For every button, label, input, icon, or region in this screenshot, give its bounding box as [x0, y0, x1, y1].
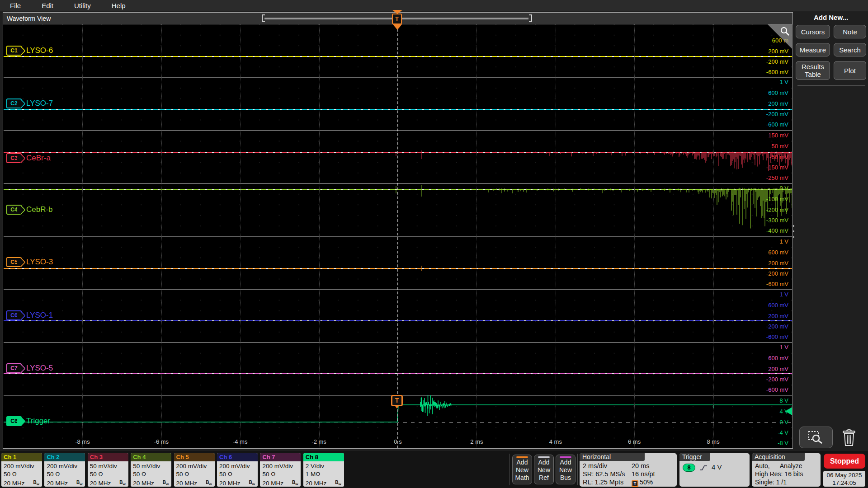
trigger-event-marker-icon[interactable]: T — [391, 395, 403, 406]
horizontal-panel[interactable]: Horizontal 2 ms/div20 ms SR: 62.5 MS/s16… — [580, 453, 677, 487]
trigger-panel[interactable]: Trigger 8 4 V — [679, 453, 750, 487]
delete-all-button[interactable] — [840, 428, 858, 447]
time-axis-label: -6 ms — [154, 438, 169, 445]
cursors-button[interactable]: Cursors — [796, 25, 830, 38]
bandwidth-limit-icon: Bw — [119, 479, 125, 487]
scale-label-ch5: 600 mV — [768, 249, 788, 256]
bandwidth-limit-icon: Bw — [249, 479, 255, 487]
time-axis-label: 4 ms — [549, 438, 562, 445]
vertical-gridline — [319, 24, 320, 448]
termination: 50 Ω — [47, 470, 83, 479]
acquisition-analyze: Analyze — [780, 462, 802, 470]
channel-settings-badge-ch5[interactable]: Ch 5200 mV/div50 Ω20 MHzBw — [174, 453, 215, 487]
channel-settings-badge-ch4[interactable]: Ch 450 mV/div50 Ω20 MHzBw — [131, 453, 171, 487]
scale-label-ch8: 8 V — [779, 398, 788, 404]
channel-settings-badge-ch7[interactable]: Ch 7200 mV/div50 Ω20 MHzBw — [260, 453, 301, 487]
channel-badge-title: Ch 1 — [1, 453, 42, 461]
channel-settings-badge-ch2[interactable]: Ch 2200 mV/div50 Ω20 MHzBw — [44, 453, 85, 487]
trigger-position-marker-icon[interactable]: T — [392, 14, 402, 24]
bandwidth-limit-icon: Bw — [206, 479, 212, 487]
channel-settings-badge-ch1[interactable]: Ch 1200 mV/div50 Ω20 MHzBw — [1, 453, 42, 487]
horizontal-window: 20 ms — [632, 462, 650, 470]
scale-label-ch3: -50 mV — [769, 154, 788, 160]
channel-tag-c7[interactable]: C7 — [6, 363, 22, 373]
acquisition-panel[interactable]: Acquisition Auto,Analyze High Res: 16 bi… — [752, 453, 821, 487]
channel-label-c3[interactable]: CeBr-a — [26, 154, 51, 163]
horizontal-scale: 2 ms/div — [583, 462, 632, 470]
bandwidth: 20 MHz — [47, 479, 68, 487]
channel-label-c8[interactable]: Trigger — [26, 417, 50, 426]
channel-settings-badge-ch6[interactable]: Ch 6200 mV/div50 Ω20 MHzBw — [217, 453, 258, 487]
add-new-math-button[interactable]: Add New Math — [512, 455, 532, 484]
channel-label-c4[interactable]: CebR-b — [26, 205, 53, 214]
scale-label-ch3: 150 mV — [768, 132, 788, 139]
panel-drag-handle[interactable] — [793, 225, 794, 238]
bandwidth: 20 MHz — [90, 479, 111, 487]
channel-tag-c1[interactable]: C1 — [6, 46, 22, 56]
plot-button[interactable]: Plot — [834, 61, 866, 80]
trace-segment — [396, 185, 792, 229]
acquisition-resolution: High Res: 16 bits — [755, 470, 819, 478]
scale-label-ch2: 600 mV — [768, 90, 788, 96]
scale-label-ch3: -150 mV — [766, 164, 788, 171]
bandwidth: 20 MHz — [219, 479, 241, 487]
channel-label-c7[interactable]: LYSO-5 — [26, 364, 53, 373]
scale-label-ch3: -250 mV — [766, 175, 788, 181]
channel-label-c2[interactable]: LYSO-7 — [26, 99, 53, 108]
channel-tag-c4[interactable]: C4 — [6, 205, 22, 215]
trigger-position-plot-arrow-icon[interactable] — [393, 24, 402, 30]
termination: 50 Ω — [133, 470, 170, 479]
add-new-sidebar: Add New... Cursors Note Measure Search R… — [796, 14, 866, 80]
scale-label-ch4: -400 mV — [766, 228, 788, 234]
bandwidth-limit-icon: Bw — [335, 479, 341, 487]
channel-badge-settings: 2 V/div1 MΩ20 MHzBw — [303, 461, 344, 487]
scale-label-ch4: 0 V — [779, 185, 788, 192]
channel-badge-title: Ch 4 — [131, 453, 171, 461]
note-button[interactable]: Note — [834, 25, 866, 38]
vertical-gridline — [713, 24, 714, 448]
run-stop-status-button[interactable]: Stopped — [824, 454, 865, 469]
channel-badge-settings: 200 mV/div50 Ω20 MHzBw — [174, 461, 215, 487]
measure-button[interactable]: Measure — [796, 43, 830, 56]
scale-label-ch4: -100 mV — [766, 196, 788, 202]
add-new-bus-button[interactable]: Add New Bus — [556, 455, 576, 484]
channel-badge-title: Ch 2 — [44, 453, 85, 461]
channel-label-c6[interactable]: LYSO-1 — [26, 311, 53, 320]
menu-help[interactable]: Help — [112, 2, 126, 9]
search-button[interactable]: Search — [834, 43, 866, 56]
sample-rate: SR: 62.5 MS/s — [583, 470, 632, 478]
scale-label-ch6: -600 mV — [766, 334, 788, 340]
sidebar-separator — [797, 85, 865, 86]
vertical-scale: 200 mV/div — [4, 462, 40, 470]
channel-tag-c2[interactable]: C2 — [6, 99, 22, 108]
vertical-scale: 2 V/div — [306, 462, 342, 470]
bandwidth: 20 MHz — [133, 479, 154, 487]
menu-file[interactable]: File — [10, 2, 21, 9]
channel-tag-c3[interactable]: C3 — [6, 153, 22, 163]
bandwidth: 20 MHz — [306, 479, 327, 487]
channel-label-c1[interactable]: LYSO-6 — [26, 46, 53, 55]
channel-badge-title: Ch 7 — [260, 453, 301, 461]
menu-edit[interactable]: Edit — [42, 2, 53, 9]
add-new-title: Add New... — [796, 14, 866, 21]
channel-tag-c8[interactable]: C8 — [6, 416, 22, 426]
channel-tag-c6[interactable]: C6 — [6, 310, 22, 320]
scale-label-ch5: -600 mV — [766, 281, 788, 287]
channel-settings-badge-ch3[interactable]: Ch 350 mV/div50 Ω20 MHzBw — [88, 453, 128, 487]
add-new-ref-button[interactable]: Add New Ref — [534, 455, 554, 484]
trigger-position-line[interactable] — [397, 24, 398, 448]
record-view-left-bracket — [262, 14, 265, 22]
results-table-button[interactable]: Results Table — [796, 61, 830, 80]
channel-badge-title: Ch 6 — [217, 453, 258, 461]
channel-tag-c5[interactable]: C5 — [6, 257, 22, 267]
zoom-mode-button[interactable] — [799, 427, 833, 448]
settings-bar: Ch 1200 mV/div50 Ω20 MHzBwCh 2200 mV/div… — [0, 451, 868, 488]
channel-settings-badge-ch8[interactable]: Ch 82 V/div1 MΩ20 MHzBw — [303, 453, 344, 487]
vertical-gridline — [634, 24, 635, 448]
menu-utility[interactable]: Utility — [74, 2, 91, 9]
scale-label-ch7: -200 mV — [766, 376, 788, 383]
acquisition-panel-title: Acquisition — [752, 453, 805, 461]
channel-label-c5[interactable]: LYSO-3 — [26, 258, 53, 267]
scale-label-ch6: 200 mV — [768, 313, 788, 319]
bandwidth-limit-icon: Bw — [33, 479, 39, 487]
